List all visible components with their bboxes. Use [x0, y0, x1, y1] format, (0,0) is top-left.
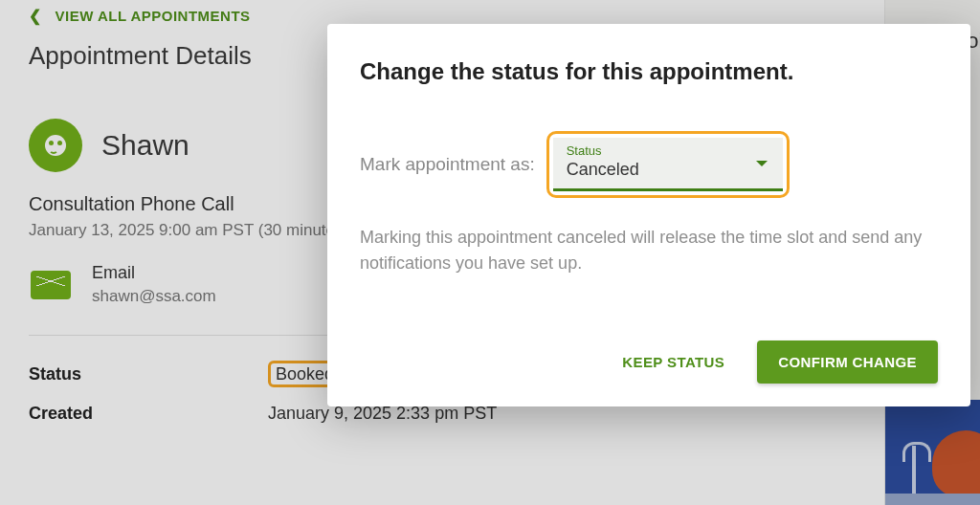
modal-actions: KEEP STATUS CONFIRM CHANGE: [360, 340, 938, 384]
status-select-highlight: Status Canceled: [546, 131, 790, 198]
modal-title: Change the status for this appointment.: [360, 58, 938, 85]
modal-description: Marking this appointment canceled will r…: [360, 225, 938, 276]
status-select-value: Canceled: [567, 160, 769, 180]
mark-as-label: Mark appointment as:: [360, 154, 535, 175]
keep-status-button[interactable]: KEEP STATUS: [616, 344, 730, 380]
status-select[interactable]: Status Canceled: [553, 138, 783, 191]
confirm-change-button[interactable]: CONFIRM CHANGE: [757, 340, 938, 384]
caret-down-icon: [756, 161, 768, 166]
status-select-field-label: Status: [567, 143, 769, 158]
change-status-modal: Change the status for this appointment. …: [327, 24, 970, 406]
modal-select-row: Mark appointment as: Status Canceled: [360, 131, 938, 198]
